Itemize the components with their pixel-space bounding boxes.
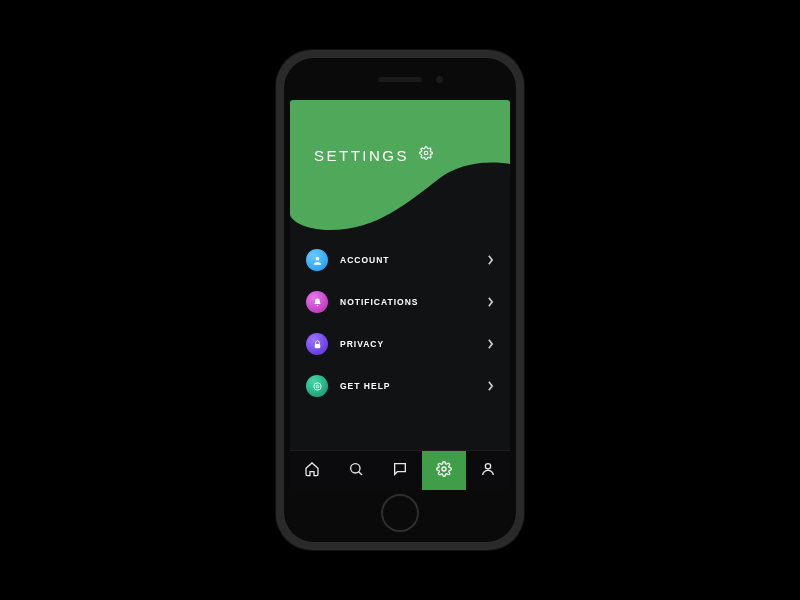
phone-inner: SETTINGS ACCOUNT [284, 58, 516, 542]
phone-speaker [378, 77, 422, 82]
svg-point-7 [485, 463, 490, 468]
chevron-right-icon [487, 293, 494, 311]
app-screen: SETTINGS ACCOUNT [290, 100, 510, 490]
profile-icon [480, 461, 496, 481]
phone-home-button[interactable] [381, 494, 419, 532]
svg-point-5 [351, 463, 360, 472]
svg-point-1 [315, 256, 319, 260]
bell-icon [306, 291, 328, 313]
svg-point-3 [313, 382, 320, 389]
nav-profile[interactable] [466, 451, 510, 490]
chat-icon [392, 461, 408, 481]
svg-point-0 [424, 151, 428, 155]
nav-settings[interactable] [422, 451, 466, 490]
chevron-right-icon [487, 377, 494, 395]
menu-item-get-help[interactable]: GET HELP [306, 366, 494, 406]
gear-icon [419, 146, 433, 164]
help-icon [306, 375, 328, 397]
svg-rect-2 [314, 344, 320, 348]
menu-item-privacy[interactable]: PRIVACY [306, 324, 494, 364]
search-icon [348, 461, 364, 481]
lock-icon [306, 333, 328, 355]
bottom-navbar [290, 450, 510, 490]
header-bg-shape [290, 100, 510, 232]
person-icon [306, 249, 328, 271]
menu-item-label: PRIVACY [340, 339, 384, 349]
settings-menu: ACCOUNT NOTIFICATIONS [290, 232, 510, 450]
settings-header: SETTINGS [290, 100, 510, 232]
phone-camera [436, 76, 443, 83]
phone-frame: SETTINGS ACCOUNT [276, 50, 524, 550]
gear-icon [436, 461, 452, 481]
home-icon [304, 461, 320, 481]
chevron-right-icon [487, 251, 494, 269]
nav-search[interactable] [334, 451, 378, 490]
menu-item-account[interactable]: ACCOUNT [306, 240, 494, 280]
menu-item-label: ACCOUNT [340, 255, 390, 265]
page-title: SETTINGS [314, 147, 409, 164]
menu-item-label: NOTIFICATIONS [340, 297, 418, 307]
svg-point-4 [316, 385, 319, 388]
svg-point-6 [442, 467, 446, 471]
menu-item-label: GET HELP [340, 381, 391, 391]
menu-item-notifications[interactable]: NOTIFICATIONS [306, 282, 494, 322]
nav-home[interactable] [290, 451, 334, 490]
nav-chat[interactable] [378, 451, 422, 490]
chevron-right-icon [487, 335, 494, 353]
